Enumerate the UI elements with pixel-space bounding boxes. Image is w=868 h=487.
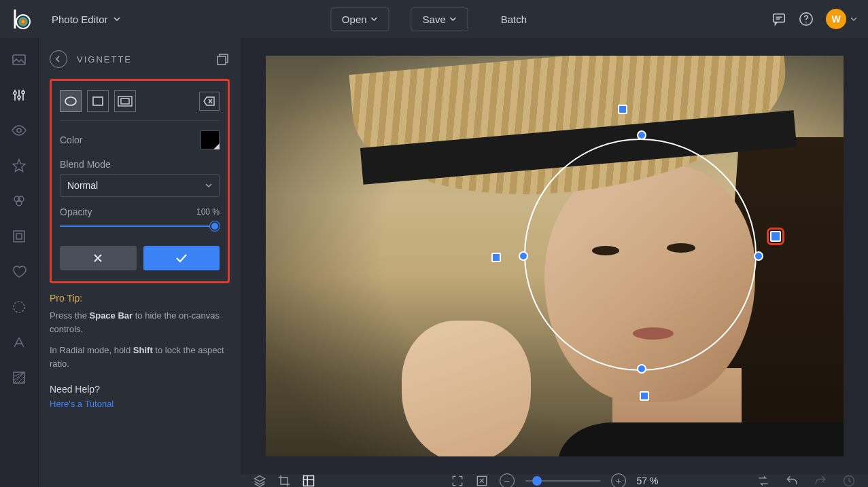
svg-point-8 <box>22 91 24 94</box>
blend-label: Blend Mode <box>60 159 220 170</box>
handle-left[interactable] <box>519 251 528 261</box>
feedback-icon[interactable] <box>771 12 786 26</box>
slider-thumb[interactable] <box>210 221 220 231</box>
color-swatch[interactable] <box>201 130 220 149</box>
color-row: Color <box>60 130 220 149</box>
close-icon <box>92 253 103 264</box>
handle-top[interactable] <box>637 130 646 140</box>
tool-gear-icon[interactable] <box>11 299 27 315</box>
tool-eye-icon[interactable] <box>11 122 27 139</box>
reset-shape-button[interactable] <box>199 92 220 111</box>
header-right: W <box>771 9 857 29</box>
avatar: W <box>826 9 846 29</box>
handle-bottom[interactable] <box>637 364 646 374</box>
chevron-down-icon <box>114 16 120 22</box>
redo-icon[interactable] <box>814 474 827 487</box>
tool-image-icon[interactable] <box>11 52 27 68</box>
compare-icon[interactable] <box>757 474 770 487</box>
chevron-down-icon <box>450 16 457 22</box>
bb-right-group <box>757 474 856 487</box>
zoom-in-button[interactable]: + <box>611 473 626 487</box>
settings-box: Color Blend Mode Normal Opacity 100 % <box>50 79 230 283</box>
photo[interactable] <box>266 56 844 456</box>
app-menu[interactable]: Photo Editor <box>45 10 127 29</box>
confirm-row <box>60 246 220 270</box>
save-button[interactable]: Save <box>411 7 468 31</box>
subject-dress <box>558 422 844 456</box>
tutorial-link[interactable]: Here's a Tutorial <box>50 399 230 409</box>
help-icon[interactable] <box>799 12 814 26</box>
crop-icon[interactable] <box>277 474 291 487</box>
vignette-panel: VIGNETTE Color Blend Mode Normal Opac <box>38 38 241 487</box>
handle-feather-right[interactable] <box>770 231 781 242</box>
tool-star-icon[interactable] <box>11 158 27 174</box>
bottom-bar: − + 57 % <box>241 474 868 487</box>
layers-icon[interactable] <box>253 474 266 487</box>
panel-title: VIGNETTE <box>77 54 207 65</box>
backspace-icon <box>203 96 215 107</box>
svg-point-15 <box>14 302 24 312</box>
canvas[interactable] <box>241 38 868 474</box>
svg-point-6 <box>14 92 16 94</box>
opacity-slider[interactable] <box>60 220 220 232</box>
zoom-value: 57 % <box>637 475 659 486</box>
zoom-out-button[interactable]: − <box>500 473 515 487</box>
svg-rect-22 <box>121 98 129 104</box>
tool-adjust-icon[interactable] <box>11 87 27 103</box>
history-icon[interactable] <box>842 474 856 487</box>
shape-picker <box>60 90 220 121</box>
svg-point-4 <box>805 22 807 23</box>
check-icon <box>175 253 188 264</box>
open-button[interactable]: Open <box>330 7 389 31</box>
protip-2: In Radial mode, hold Shift to lock the a… <box>50 344 230 370</box>
tool-text-icon[interactable] <box>11 334 27 350</box>
batch-button[interactable]: Batch <box>490 7 538 31</box>
cancel-button[interactable] <box>60 246 137 270</box>
blend-mode-select[interactable]: Normal <box>60 174 220 197</box>
svg-rect-2 <box>774 14 785 22</box>
back-button[interactable] <box>50 50 67 68</box>
subject-face <box>544 164 755 402</box>
rect-icon <box>92 96 104 107</box>
app-header: Photo Editor Open Save Batch W <box>0 0 868 38</box>
tool-texture-icon[interactable] <box>11 369 27 386</box>
handle-right[interactable] <box>754 251 763 261</box>
user-menu[interactable]: W <box>826 9 857 29</box>
save-label: Save <box>423 14 446 25</box>
shape-rect[interactable] <box>87 90 109 112</box>
svg-rect-5 <box>13 55 25 65</box>
subject-lips <box>633 327 674 340</box>
svg-rect-23 <box>304 476 314 486</box>
batch-label: Batch <box>501 14 527 25</box>
handle-feather-bottom[interactable] <box>640 391 649 401</box>
tool-effects-icon[interactable] <box>11 193 27 209</box>
undo-icon[interactable] <box>785 474 799 487</box>
duplicate-icon[interactable] <box>216 52 230 66</box>
app-logo-icon <box>11 8 33 30</box>
zoom-slider[interactable] <box>525 480 600 482</box>
protip-1: Press the Space Bar to hide the on-canva… <box>50 309 230 336</box>
handle-feather-top[interactable] <box>618 105 627 114</box>
ellipse-icon <box>64 96 77 107</box>
svg-rect-14 <box>16 234 22 239</box>
shape-frame[interactable] <box>114 90 136 112</box>
color-label: Color <box>60 134 82 145</box>
actual-size-icon[interactable] <box>475 474 489 487</box>
fit-screen-icon[interactable] <box>451 474 464 487</box>
slider-track <box>60 226 220 227</box>
svg-point-1 <box>18 17 28 26</box>
tool-frame-icon[interactable] <box>11 228 27 245</box>
handle-feather-left[interactable] <box>491 253 501 262</box>
chevron-down-icon <box>371 16 378 22</box>
grid-icon[interactable] <box>302 474 315 487</box>
open-label: Open <box>342 14 367 25</box>
shape-ellipse[interactable] <box>60 90 82 112</box>
protip-title: Pro Tip: <box>50 293 230 304</box>
opacity-value: 100 % <box>196 207 220 217</box>
svg-point-19 <box>65 97 76 105</box>
tool-heart-icon[interactable] <box>11 264 27 280</box>
subject-eye <box>592 246 619 255</box>
zoom-thumb[interactable] <box>532 476 542 486</box>
apply-button[interactable] <box>143 246 220 270</box>
svg-point-9 <box>17 128 21 132</box>
